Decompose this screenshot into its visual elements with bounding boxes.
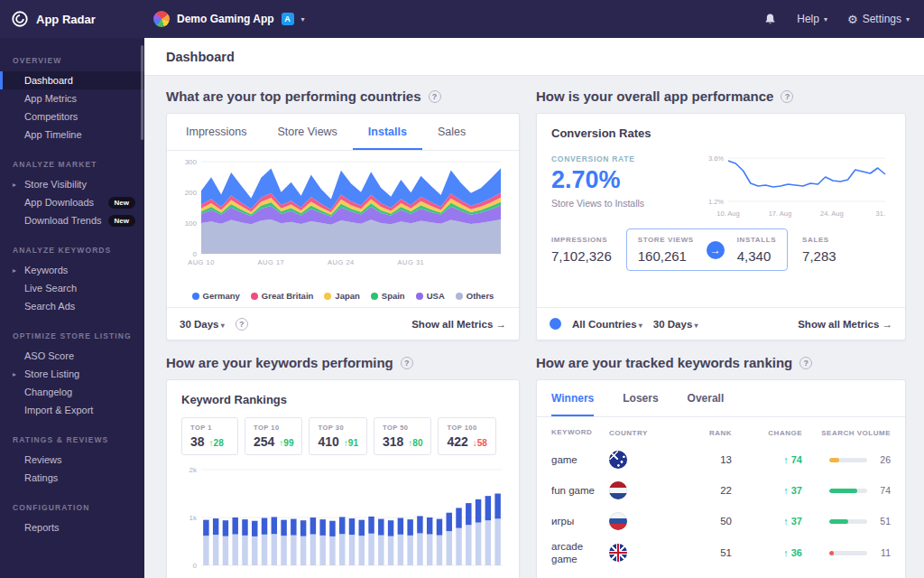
sidebar-section-title: OVERVIEW	[13, 56, 144, 65]
tab-store-views[interactable]: Store Views	[262, 114, 352, 150]
gear-icon: ⚙	[847, 14, 858, 25]
top-rank-box: TOP 100 422 58	[438, 417, 495, 455]
svg-text:31.: 31.	[876, 210, 885, 218]
countries-dropdown[interactable]: All Countries	[572, 319, 642, 330]
sidebar-item-search-ads[interactable]: Search Ads	[0, 297, 144, 315]
sidebar-item-dashboard[interactable]: Dashboard	[0, 71, 144, 89]
table-row[interactable]: arcade game 51 36 11	[537, 536, 905, 570]
help-label: Help	[797, 13, 819, 25]
brand[interactable]: App Radar	[11, 10, 144, 28]
sidebar-item-reviews[interactable]: Reviews	[0, 451, 144, 469]
svg-text:AUG 24: AUG 24	[328, 258, 355, 266]
legend-item[interactable]: Japan	[324, 291, 359, 301]
show-all-metrics-link[interactable]: Show all Metrics	[798, 319, 892, 330]
table-row[interactable]: fun game 22 37 74	[537, 475, 905, 506]
legend-item[interactable]: USA	[416, 291, 445, 301]
tab-sales[interactable]: Sales	[422, 114, 481, 150]
sidebar-item-download-trends[interactable]: Download TrendsNew	[0, 211, 144, 229]
sidebar-item-label: ASO Score	[24, 350, 74, 361]
svg-text:AUG 31: AUG 31	[398, 258, 425, 266]
sidebar-item-label: Changelog	[24, 387, 72, 397]
table-row[interactable]: игры 50 37 51	[537, 506, 905, 536]
brand-name: App Radar	[36, 13, 96, 26]
sidebar-item-store-visibility[interactable]: ▸Store Visibility	[0, 175, 144, 193]
sidebar-item-label: Competitors	[24, 111, 78, 122]
sidebar-item-aso-score[interactable]: ASO Score	[0, 347, 144, 365]
sidebar-item-ratings[interactable]: Ratings	[0, 469, 144, 487]
store-views-installs-box: STORE VIEWS 160,261 → INSTALLS 4,340	[626, 228, 788, 271]
legend-item[interactable]: Others	[456, 291, 494, 301]
help-icon[interactable]	[236, 318, 248, 331]
trend-arrow-icon	[783, 454, 789, 465]
help-icon[interactable]	[781, 90, 793, 103]
section-heading: How are your tracked keywords ranking	[536, 355, 792, 370]
legend-dot-icon	[192, 293, 199, 300]
date-range-dropdown[interactable]: 30 Days	[180, 319, 225, 330]
keyword-cell: fun game	[551, 484, 607, 497]
top-rank-box: TOP 30 410 91	[309, 417, 366, 455]
sidebar-item-app-downloads[interactable]: App DownloadsNew	[0, 193, 144, 211]
help-icon[interactable]	[401, 357, 413, 369]
section-keyword-rankings: How are your keywords performing Keyword…	[166, 355, 520, 578]
svg-text:24. Aug: 24. Aug	[820, 210, 843, 218]
app-selector-label: Demo Gaming App	[177, 13, 274, 25]
countries-chart: 0100200300AUG 10AUG 17AUG 24AUG 31	[178, 156, 508, 268]
sidebar-item-live-search[interactable]: Live Search	[0, 279, 144, 297]
sidebar-item-reports[interactable]: Reports	[0, 518, 144, 536]
date-range-dropdown[interactable]: 30 Days	[653, 319, 698, 330]
legend-dot-icon	[416, 293, 423, 300]
tab-losers[interactable]: Losers	[623, 380, 658, 416]
rank-cell: 50	[676, 516, 732, 527]
countries-legend: GermanyGreat BritainJapanSpainUSAOthers	[167, 289, 519, 307]
country-flag	[609, 481, 627, 499]
sidebar-item-competitors[interactable]: Competitors	[0, 107, 144, 126]
sidebar-item-keywords[interactable]: ▸Keywords	[0, 261, 144, 279]
show-all-metrics-link[interactable]: Show all Metrics	[411, 319, 506, 330]
change-cell: 36	[732, 547, 802, 558]
section-heading: What are your top performing countries	[166, 89, 421, 104]
table-header: KEYWORD COUNTRY RANK CHANGE SEARCH VOLUM…	[537, 417, 905, 444]
app-radar-logo-icon	[11, 10, 29, 28]
tab-overall[interactable]: Overall	[688, 380, 725, 416]
help-icon[interactable]	[799, 357, 812, 369]
volume-bar	[829, 458, 867, 462]
chevron-down-icon: ▾	[824, 15, 827, 23]
country-flag	[609, 512, 627, 530]
legend-item[interactable]: Germany	[192, 291, 240, 301]
change-cell: 37	[732, 485, 802, 496]
tab-installs[interactable]: Installs	[353, 114, 422, 150]
legend-item[interactable]: Spain	[371, 291, 405, 301]
sidebar-item-label: Store Listing	[24, 368, 79, 379]
chevron-right-icon: ▸	[13, 266, 16, 275]
svg-text:1.2%: 1.2%	[708, 198, 724, 206]
sidebar-item-app-metrics[interactable]: App Metrics	[0, 89, 144, 107]
tab-impressions[interactable]: Impressions	[171, 114, 262, 150]
search-volume-cell: 51	[802, 516, 891, 527]
sidebar-item-import-export[interactable]: Import & Export	[0, 401, 144, 419]
sidebar-item-label: Keywords	[24, 265, 68, 275]
sidebar-scrollbar[interactable]	[141, 45, 143, 140]
app-selector[interactable]: Demo Gaming App ▾	[153, 11, 305, 27]
sidebar-item-app-timeline[interactable]: App Timeline	[0, 126, 144, 144]
sidebar-item-changelog[interactable]: Changelog	[0, 383, 144, 401]
rank-cell: 22	[676, 485, 732, 496]
app-icon	[153, 11, 170, 27]
settings-menu[interactable]: ⚙ Settings ▾	[847, 13, 910, 25]
notifications-button[interactable]	[763, 13, 777, 26]
sidebar-item-label: Reports	[24, 522, 60, 533]
help-icon[interactable]	[429, 90, 441, 103]
conversion-rate-label: CONVERSION RATE	[551, 154, 694, 163]
page-header: Dashboard	[144, 38, 924, 76]
legend-item[interactable]: Great Britain	[251, 291, 314, 301]
sidebar-item-label: Search Ads	[24, 301, 75, 312]
tab-winners[interactable]: Winners	[551, 380, 594, 416]
volume-bar	[829, 519, 867, 524]
tracked-keywords-card: Winners Losers Overall KEYWORD COUNTRY R…	[536, 379, 906, 578]
sidebar-section-title: ANALYZE MARKET	[13, 160, 144, 169]
help-menu[interactable]: Help ▾	[797, 13, 827, 25]
table-row[interactable]: game 13 74 26	[537, 444, 905, 475]
stat-sales: SALES 7,283	[802, 236, 836, 264]
sidebar-item-store-listing[interactable]: ▸Store Listing	[0, 365, 144, 383]
svg-text:0: 0	[193, 250, 198, 258]
svg-text:AUG 17: AUG 17	[258, 258, 285, 266]
